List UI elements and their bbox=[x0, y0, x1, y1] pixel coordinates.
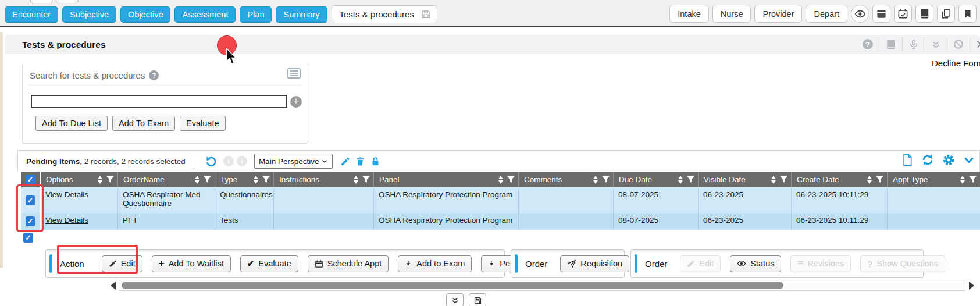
collapsed-sidebar-strip[interactable] bbox=[0, 32, 3, 268]
sort-icon[interactable] bbox=[867, 176, 872, 184]
view-details-link[interactable]: View Details bbox=[45, 216, 88, 225]
filter-icon[interactable] bbox=[780, 176, 787, 183]
select-all-checkbox[interactable]: ✓ bbox=[26, 175, 35, 184]
filter-icon[interactable] bbox=[602, 176, 610, 183]
disable-icon[interactable] bbox=[953, 39, 964, 49]
new-file-icon[interactable] bbox=[901, 154, 913, 166]
refresh-icon[interactable] bbox=[921, 154, 934, 166]
action-group-label: Action bbox=[60, 259, 84, 269]
sort-icon[interactable] bbox=[354, 176, 358, 184]
filter-icon[interactable] bbox=[204, 176, 211, 183]
tab-assessment[interactable]: Assessment bbox=[174, 6, 236, 23]
order-group-label: Order bbox=[525, 259, 547, 269]
pencil-icon[interactable] bbox=[340, 156, 350, 166]
perspective-select[interactable]: Main Perspective bbox=[254, 154, 333, 169]
gear-icon[interactable] bbox=[942, 154, 955, 166]
sort-icon[interactable] bbox=[195, 176, 199, 184]
help-icon[interactable]: ? bbox=[863, 39, 873, 49]
sort-icon[interactable] bbox=[254, 176, 258, 184]
chevron-down-icon[interactable] bbox=[963, 154, 975, 166]
next-icon[interactable]: › bbox=[237, 156, 247, 166]
show-questions-button: ? Show Questions bbox=[860, 255, 945, 272]
search-panel: Search for tests & procedures ? + Add To… bbox=[22, 63, 308, 144]
section-header: Tests & procedures ? bbox=[5, 35, 980, 54]
status-button[interactable]: Status bbox=[730, 255, 781, 272]
scroll-right-arrow[interactable] bbox=[969, 282, 974, 290]
edit-button[interactable]: Edit bbox=[102, 255, 142, 272]
help-icon[interactable]: ? bbox=[149, 70, 159, 80]
nurse-button[interactable]: Nurse bbox=[712, 5, 751, 23]
filter-icon[interactable] bbox=[507, 176, 515, 183]
col-appt-type: Appt Type bbox=[893, 175, 928, 184]
tab-encounter[interactable]: Encounter bbox=[5, 6, 58, 23]
add-to-waitlist-button[interactable]: + Add To Waitlist bbox=[152, 255, 231, 272]
microphone-icon[interactable] bbox=[908, 39, 919, 49]
view-details-link[interactable]: View Details bbox=[45, 190, 88, 199]
filter-icon[interactable] bbox=[876, 176, 883, 183]
sort-icon[interactable] bbox=[593, 176, 598, 184]
row-checkbox[interactable]: ✓ bbox=[26, 216, 35, 226]
add-to-exam-button[interactable]: Add To Exam bbox=[112, 116, 175, 131]
table-tools bbox=[901, 154, 975, 166]
archive-icon[interactable] bbox=[872, 5, 890, 23]
sort-icon[interactable] bbox=[678, 176, 683, 184]
evaluate-button[interactable]: ✔ Evaluate bbox=[240, 255, 298, 272]
calendar-check-icon[interactable] bbox=[894, 5, 912, 23]
add-to-exam-button[interactable]: Add to Exam bbox=[398, 255, 472, 272]
footer-select-checkbox[interactable]: ✓ bbox=[23, 233, 33, 243]
sort-icon[interactable] bbox=[98, 176, 102, 184]
book-icon[interactable] bbox=[915, 5, 933, 23]
tab-plan[interactable]: Plan bbox=[240, 6, 272, 23]
prev-icon[interactable]: ‹ bbox=[223, 156, 234, 166]
intake-button[interactable]: Intake bbox=[669, 5, 709, 23]
tab-subjective[interactable]: Subjective bbox=[62, 6, 116, 23]
collapse-icon[interactable] bbox=[931, 40, 941, 49]
add-to-due-list-button[interactable]: Add To Due List bbox=[35, 116, 108, 131]
tab-objective[interactable]: Objective bbox=[120, 6, 170, 23]
list-icon[interactable] bbox=[287, 68, 301, 79]
sort-icon[interactable] bbox=[960, 176, 965, 184]
filter-icon[interactable] bbox=[969, 176, 977, 183]
sort-icon[interactable] bbox=[771, 176, 776, 184]
trash-icon[interactable] bbox=[355, 156, 365, 166]
lock-icon[interactable] bbox=[370, 156, 380, 166]
order-edit-button: Edit bbox=[680, 255, 721, 272]
provider-button[interactable]: Provider bbox=[754, 5, 802, 23]
add-circle-icon[interactable]: + bbox=[290, 96, 302, 108]
cutoff-tab[interactable] bbox=[56, 0, 78, 3]
question-icon: ? bbox=[867, 259, 872, 269]
book-icon[interactable] bbox=[885, 39, 896, 50]
row-checkbox[interactable]: ✓ bbox=[26, 195, 35, 205]
undo-icon[interactable] bbox=[205, 155, 217, 168]
group-accent-bar bbox=[515, 254, 518, 273]
eye-icon[interactable] bbox=[851, 5, 869, 23]
filter-icon[interactable] bbox=[687, 176, 694, 183]
cutoff-tab[interactable] bbox=[30, 0, 52, 3]
sort-icon[interactable] bbox=[498, 176, 503, 184]
copy-icon[interactable] bbox=[937, 5, 955, 23]
depart-button[interactable]: Depart bbox=[806, 5, 847, 23]
table-row[interactable]: ✓ View Details OSHA Respirator Med Quest… bbox=[21, 187, 980, 213]
table-row[interactable]: ✓ View Details PFT Tests OSHA Respirator… bbox=[21, 213, 980, 230]
decline-form-link[interactable]: Decline Form bbox=[932, 58, 980, 68]
filter-icon[interactable] bbox=[362, 176, 370, 183]
group-accent-bar bbox=[635, 254, 637, 273]
col-comments: Comments bbox=[524, 175, 562, 184]
evaluate-button[interactable]: Evaluate bbox=[180, 116, 225, 131]
collapse-section-button[interactable] bbox=[446, 293, 464, 306]
col-create-date: Create Date bbox=[797, 175, 839, 184]
save-button[interactable] bbox=[469, 293, 486, 306]
scroll-left-arrow[interactable] bbox=[111, 282, 116, 290]
schedule-appt-button[interactable]: Schedule Appt bbox=[308, 255, 389, 272]
scrollbar-thumb[interactable] bbox=[122, 282, 783, 289]
search-input[interactable] bbox=[31, 95, 287, 108]
bookmark-icon[interactable] bbox=[958, 5, 977, 23]
close-icon[interactable] bbox=[976, 40, 980, 49]
filter-icon[interactable] bbox=[262, 176, 270, 183]
tab-tests-procedures-active[interactable]: Tests & procedures bbox=[332, 5, 437, 23]
horizontal-scrollbar[interactable] bbox=[119, 280, 965, 291]
filter-icon[interactable] bbox=[106, 176, 114, 183]
tab-summary[interactable]: Summary bbox=[276, 6, 327, 23]
requisition-button[interactable]: Requisition bbox=[560, 255, 629, 272]
revisions-button: ≡ Revisions bbox=[790, 255, 851, 272]
